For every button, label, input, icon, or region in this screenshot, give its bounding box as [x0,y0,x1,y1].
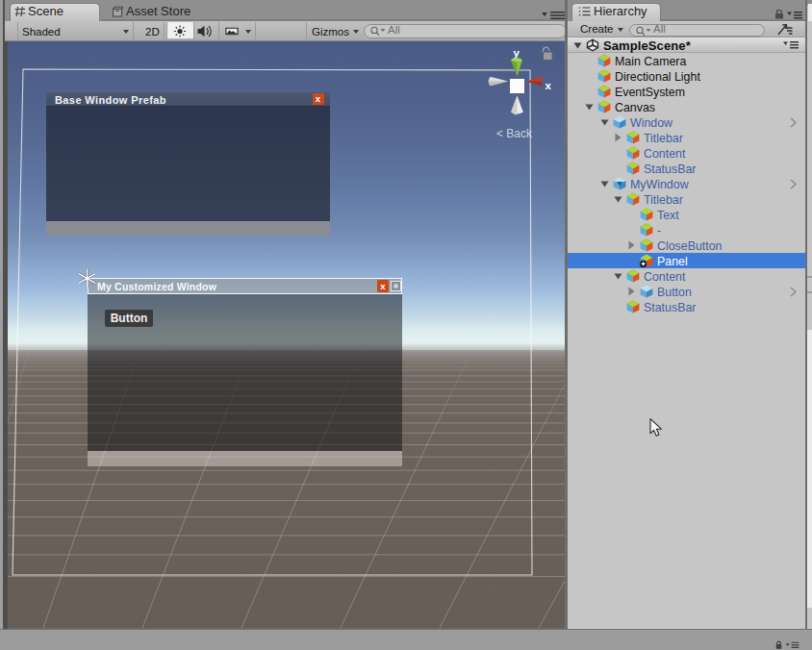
svg-text:y: y [514,47,520,59]
svg-text:x: x [546,80,552,91]
